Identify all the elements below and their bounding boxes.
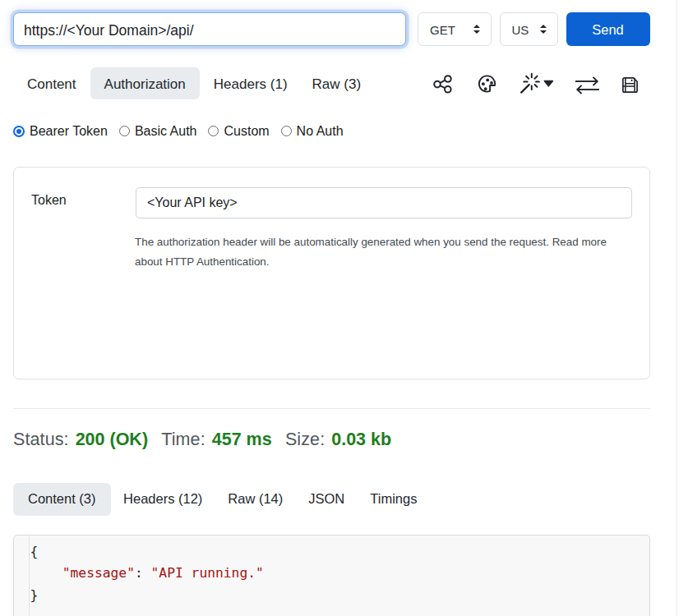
time-label: Time: [161, 430, 205, 449]
up-triangle-icon [540, 25, 547, 28]
reqbin-app: GET US Send Content Authorization Header… [13, 0, 650, 616]
radio-label: No Auth [297, 124, 344, 139]
json-brace: { [30, 544, 39, 559]
tab-authorization[interactable]: Authorization [90, 67, 200, 99]
resp-tab-raw[interactable]: Raw (14) [215, 483, 296, 516]
radio-label: Basic Auth [135, 124, 197, 139]
swap-arrows-icon[interactable] [575, 76, 600, 94]
radio-basic-auth[interactable]: Basic Auth [119, 124, 197, 139]
token-input[interactable] [136, 187, 632, 218]
resp-tab-content[interactable]: Content (3) [13, 483, 111, 516]
tab-content[interactable]: Content [13, 67, 90, 99]
gutter-divider [29, 536, 30, 616]
time-value: 457 ms [212, 430, 272, 449]
radio-bearer-token[interactable]: Bearer Token [13, 124, 108, 139]
auth-type-options: Bearer Token Basic Auth Custom No Auth [13, 122, 650, 140]
tab-headers[interactable]: Headers (1) [200, 67, 298, 99]
radio-custom[interactable]: Custom [208, 124, 269, 139]
resp-tab-timings[interactable]: Timings [358, 483, 430, 516]
response-body: { "message": "API running." } [13, 535, 650, 616]
radio-selected-icon [13, 126, 25, 137]
region-select[interactable]: US [500, 12, 558, 46]
status-value: 200 (OK) [76, 430, 148, 449]
method-select-value: GET [430, 23, 455, 37]
response-status-row: Status: 200 (OK) Time: 457 ms Size: 0.03… [13, 430, 650, 449]
share-icon[interactable] [433, 75, 452, 94]
radio-unselected-icon [208, 126, 219, 136]
save-icon[interactable] [621, 76, 639, 94]
json-indent [30, 565, 62, 581]
url-input[interactable] [13, 12, 406, 46]
radio-label: Bearer Token [30, 124, 108, 139]
size-label: Size: [285, 430, 325, 449]
palette-icon[interactable] [478, 75, 496, 94]
json-brace: } [30, 587, 39, 603]
request-tabs: Content Authorization Headers (1) Raw (3… [13, 67, 650, 99]
response-tabs: Content (3) Headers (12) Raw (14) JSON T… [13, 483, 650, 516]
scrollbar-track[interactable] [676, 0, 677, 616]
request-bar: GET US Send [13, 12, 650, 46]
send-button[interactable]: Send [566, 12, 650, 46]
updown-arrows-icon [473, 25, 480, 34]
updown-arrows-icon [540, 25, 547, 34]
tab-raw[interactable]: Raw (3) [298, 67, 376, 99]
response-json: { "message": "API running." } [30, 541, 264, 606]
divider [13, 408, 650, 409]
radio-label: Custom [224, 124, 269, 139]
size-value: 0.03 kb [331, 430, 391, 449]
json-value: "API running." [151, 565, 264, 581]
region-select-value: US [512, 23, 529, 37]
radio-unselected-icon [119, 126, 130, 136]
radio-unselected-icon [281, 126, 292, 136]
up-triangle-icon [473, 25, 480, 28]
radio-no-auth[interactable]: No Auth [281, 124, 344, 139]
down-triangle-icon [473, 30, 480, 34]
resp-tab-json[interactable]: JSON [296, 483, 358, 516]
status-label: Status: [13, 430, 69, 449]
toolbar [433, 67, 649, 99]
token-label: Token [31, 193, 67, 208]
json-key: "message" [62, 565, 135, 581]
method-select[interactable]: GET [418, 12, 492, 46]
magic-wand-dropdown-icon[interactable] [518, 71, 554, 94]
json-colon: : [135, 565, 151, 581]
resp-tab-headers[interactable]: Headers (12) [111, 483, 215, 516]
down-triangle-icon [540, 30, 547, 34]
token-helper-text: The authorization header will be automat… [135, 232, 612, 272]
authorization-panel: Token The authorization header will be a… [13, 167, 650, 379]
